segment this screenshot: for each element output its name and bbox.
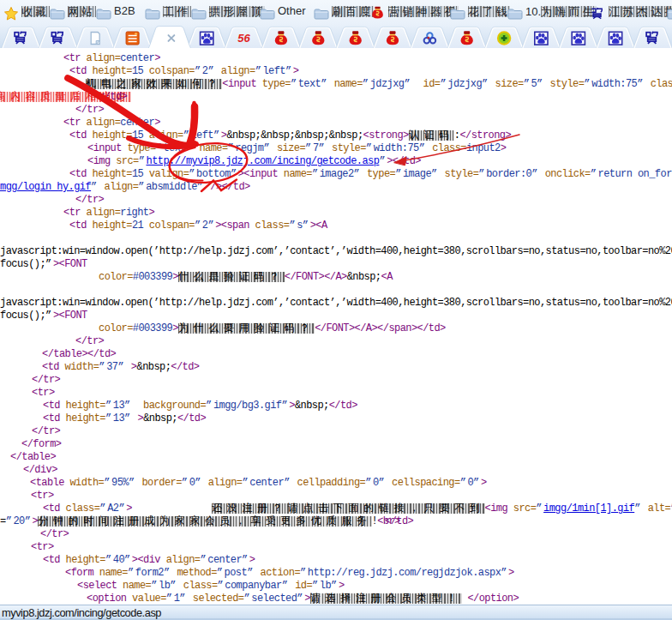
svg-text:56: 56 [237, 32, 250, 45]
